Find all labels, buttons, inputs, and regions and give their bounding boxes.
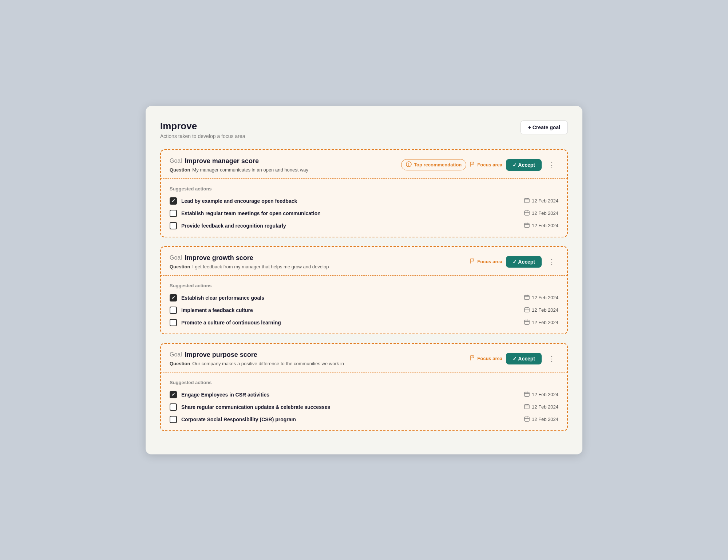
goal-actions-area-1: !Top recommendationFocus area✓ Accept⋮ (401, 159, 558, 171)
goal-title-3: GoalImprove purpose score (170, 351, 344, 359)
calendar-icon (524, 307, 530, 313)
flag-icon (470, 162, 475, 168)
action-date-1-1: 12 Feb 2024 (524, 198, 558, 204)
action-date-text-3-1: 12 Feb 2024 (532, 392, 558, 397)
table-row: Implement a feedback culture12 Feb 2024 (170, 307, 558, 314)
action-date-2-3: 12 Feb 2024 (524, 319, 558, 326)
action-checkbox-3-2[interactable] (170, 403, 177, 411)
calendar-icon (524, 391, 530, 398)
action-checkbox-2-1[interactable] (170, 294, 177, 301)
goal-question-label-3: Question (170, 361, 190, 366)
page-title: Improve (160, 121, 245, 132)
goal-actions-area-3: Focus area✓ Accept⋮ (470, 353, 558, 364)
action-checkbox-1-2[interactable] (170, 210, 177, 217)
action-checkbox-3-3[interactable] (170, 416, 177, 423)
more-button-3[interactable]: ⋮ (545, 353, 558, 364)
page-header: Improve Actions taken to develop a focus… (160, 121, 568, 139)
top-recommendation-label: Top recommendation (414, 162, 462, 167)
goal-question-label-1: Question (170, 167, 190, 173)
focus-area-label-2: Focus area (477, 259, 502, 264)
goal-question-label-2: Question (170, 264, 190, 269)
goal-header-2: GoalImprove growth scoreQuestionI get fe… (161, 247, 567, 276)
page-container: Improve Actions taken to develop a focus… (146, 106, 582, 454)
suggested-actions-title-3: Suggested actions (170, 380, 558, 385)
focus-area-label-1: Focus area (477, 162, 502, 167)
goal-label-3: Goal (170, 351, 182, 358)
action-text-2-2: Implement a feedback culture (181, 307, 253, 313)
action-left-3-2: Share regular communication updates & ce… (170, 403, 330, 411)
calendar-icon (524, 404, 530, 410)
action-date-3-1: 12 Feb 2024 (524, 391, 558, 398)
goal-actions-area-2: Focus area✓ Accept⋮ (470, 256, 558, 268)
action-left-3-3: Corporate Social Responsibility (CSR) pr… (170, 416, 296, 423)
top-recommendation-icon: ! (406, 161, 412, 168)
more-button-1[interactable]: ⋮ (545, 159, 558, 171)
table-row: Promote a culture of continuous learning… (170, 319, 558, 326)
action-checkbox-2-3[interactable] (170, 319, 177, 326)
focus-area-badge-2[interactable]: Focus area (470, 259, 502, 265)
action-date-3-2: 12 Feb 2024 (524, 404, 558, 410)
svg-text:!: ! (408, 162, 409, 166)
create-goal-button[interactable]: + Create goal (521, 121, 568, 134)
action-left-2-1: Establish clear performance goals (170, 294, 264, 301)
table-row: Provide feedback and recognition regular… (170, 222, 558, 229)
table-row: Establish regular team meetings for open… (170, 210, 558, 217)
action-text-3-1: Engage Employees in CSR activities (181, 392, 269, 398)
svg-rect-7 (525, 320, 529, 324)
accept-button-2[interactable]: ✓ Accept (506, 256, 542, 268)
goal-title-area-3: GoalImprove purpose scoreQuestionOur com… (170, 351, 344, 366)
action-checkbox-1-1[interactable] (170, 197, 177, 205)
action-date-text-2-2: 12 Feb 2024 (532, 307, 558, 313)
action-date-2-1: 12 Feb 2024 (524, 295, 558, 301)
goal-label-1: Goal (170, 158, 182, 164)
action-checkbox-1-3[interactable] (170, 222, 177, 229)
action-date-text-2-3: 12 Feb 2024 (532, 320, 558, 325)
page-title-area: Improve Actions taken to develop a focus… (160, 121, 245, 139)
goal-label-2: Goal (170, 255, 182, 261)
svg-rect-6 (525, 308, 529, 312)
goal-card-1: GoalImprove manager scoreQuestionMy mana… (160, 149, 568, 237)
table-row: Engage Employees in CSR activities12 Feb… (170, 391, 558, 398)
action-checkbox-3-1[interactable] (170, 391, 177, 398)
table-row: Lead by example and encourage open feedb… (170, 197, 558, 205)
action-text-1-2: Establish regular team meetings for open… (181, 210, 321, 216)
calendar-icon (524, 198, 530, 204)
action-date-text-3-3: 12 Feb 2024 (532, 417, 558, 422)
table-row: Establish clear performance goals12 Feb … (170, 294, 558, 301)
goal-card-3: GoalImprove purpose scoreQuestionOur com… (160, 343, 568, 431)
table-row: Corporate Social Responsibility (CSR) pr… (170, 416, 558, 423)
more-button-2[interactable]: ⋮ (545, 256, 558, 268)
action-text-2-3: Promote a culture of continuous learning (181, 320, 281, 326)
flag-icon (470, 259, 475, 265)
action-date-text-1-2: 12 Feb 2024 (532, 210, 558, 216)
top-recommendation-badge: !Top recommendation (401, 159, 466, 170)
action-checkbox-2-2[interactable] (170, 307, 177, 314)
calendar-icon (524, 416, 530, 423)
goal-question-3: QuestionOur company makes a positive dif… (170, 361, 344, 366)
action-text-3-3: Corporate Social Responsibility (CSR) pr… (181, 417, 296, 422)
action-text-2-1: Establish clear performance goals (181, 295, 264, 301)
flag-icon (470, 355, 475, 362)
accept-button-3[interactable]: ✓ Accept (506, 353, 542, 364)
goal-name-1: Improve manager score (185, 157, 259, 165)
focus-area-badge-1[interactable]: Focus area (470, 162, 502, 168)
action-text-3-2: Share regular communication updates & ce… (181, 404, 330, 410)
suggested-actions-title-1: Suggested actions (170, 186, 558, 192)
focus-area-label-3: Focus area (477, 356, 502, 361)
suggested-actions-title-2: Suggested actions (170, 283, 558, 288)
goals-list: GoalImprove manager scoreQuestionMy mana… (160, 149, 568, 431)
action-date-text-2-1: 12 Feb 2024 (532, 295, 558, 300)
calendar-icon (524, 319, 530, 326)
page-subtitle: Actions taken to develop a focus area (160, 133, 245, 139)
svg-rect-4 (525, 223, 529, 228)
svg-rect-9 (525, 405, 529, 409)
action-date-text-1-3: 12 Feb 2024 (532, 223, 558, 228)
suggested-actions-section-3: Suggested actionsEngage Employees in CSR… (161, 372, 567, 430)
table-row: Share regular communication updates & ce… (170, 403, 558, 411)
focus-area-badge-3[interactable]: Focus area (470, 355, 502, 362)
accept-button-1[interactable]: ✓ Accept (506, 159, 542, 171)
action-date-1-3: 12 Feb 2024 (524, 222, 558, 229)
action-left-2-3: Promote a culture of continuous learning (170, 319, 281, 326)
goal-card-2: GoalImprove growth scoreQuestionI get fe… (160, 246, 568, 334)
goal-question-text-2: I get feedback from my manager that help… (192, 264, 329, 269)
